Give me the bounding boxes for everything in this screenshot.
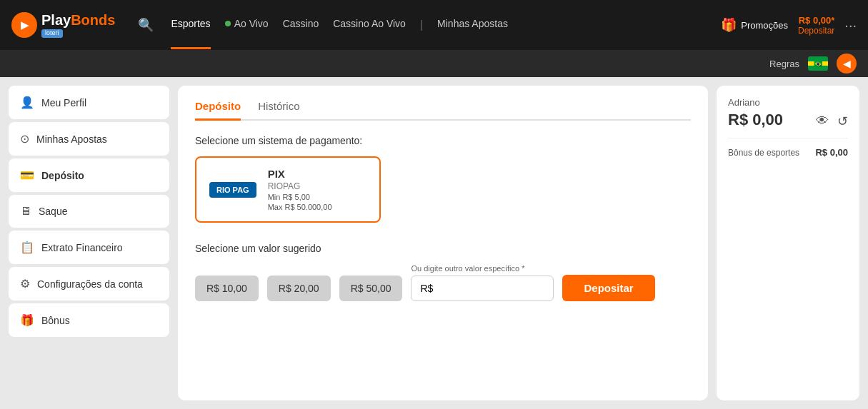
nav-esportes[interactable]: Esportes	[171, 18, 210, 32]
withdraw-icon: 🖥	[20, 205, 31, 218]
custom-input-label: Ou digite outro valor específico *	[411, 264, 554, 273]
value-btn-20[interactable]: R$ 20,00	[267, 276, 331, 301]
pix-min: Min R$ 5,00	[268, 193, 332, 201]
nav-cassino-ao-vivo[interactable]: Cassino Ao Vivo	[333, 18, 406, 32]
bonus-icon: 🎁	[20, 313, 34, 327]
sidebar-item-label: Depósito	[41, 170, 84, 181]
sidebar-item-bonus[interactable]: 🎁 Bônus	[9, 303, 169, 337]
tab-deposito[interactable]: Depósito	[195, 100, 241, 119]
logo-icon: ▶	[11, 12, 37, 38]
pix-info: PIX RIOPAG Min R$ 5,00 Max R$ 50.000,00	[268, 168, 332, 211]
value-btn-10[interactable]: R$ 10,00	[195, 276, 259, 301]
payment-card-pix[interactable]: RIO PAG PIX RIOPAG Min R$ 5,00 Max R$ 50…	[195, 156, 381, 223]
statement-icon: 📋	[20, 241, 34, 254]
search-icon[interactable]: 🔍	[138, 17, 154, 33]
custom-input-area: Ou digite outro valor específico *	[411, 264, 554, 301]
right-panel: Adriano R$ 0,00 👁 ↺ Bônus de esportes R$…	[717, 86, 859, 400]
payment-options: RIO PAG PIX RIOPAG Min R$ 5,00 Max R$ 50…	[195, 156, 691, 223]
nav-ao-vivo-label: Ao Vivo	[234, 18, 269, 29]
sidebar-item-label: Extrato Financeiro	[41, 242, 123, 253]
bets-icon: ⊙	[20, 132, 29, 146]
logo-bonds: Bonds	[71, 12, 115, 28]
sidebar-item-deposito[interactable]: 💳 Depósito	[9, 158, 169, 192]
main-nav: Esportes Ao Vivo Cassino Cassino Ao Vivo…	[171, 18, 704, 32]
flag-brazil-icon[interactable]: 🇧🇷	[808, 56, 828, 71]
promo-label: Promoções	[741, 20, 788, 31]
sidebar: 👤 Meu Perfil ⊙ Minhas Apostas 💳 Depósito…	[9, 86, 169, 400]
riopag-logo: RIO PAG	[209, 182, 256, 198]
tab-historico[interactable]: Histórico	[258, 100, 299, 119]
nav-minhas-apostas[interactable]: Minhas Apostas	[437, 18, 508, 32]
header: ▶ PlayBonds loteri 🔍 Esportes Ao Vivo Ca…	[0, 0, 868, 50]
deposit-icon: 💳	[20, 168, 34, 182]
sidebar-item-label: Bônus	[41, 315, 70, 326]
sidebar-item-label: Saque	[39, 206, 67, 217]
theme-toggle-button[interactable]: ◀	[837, 54, 857, 74]
suggested-row: R$ 10,00 R$ 20,00 R$ 50,00 Ou digite out…	[195, 264, 691, 301]
live-dot	[225, 21, 231, 26]
sidebar-item-saque[interactable]: 🖥 Saque	[9, 195, 169, 228]
header-balance: R$ 0,00*	[798, 15, 834, 26]
user-balance-row: R$ 0,00 👁 ↺	[728, 111, 848, 129]
promo-button[interactable]: 🎁 Promoções	[721, 17, 788, 33]
sidebar-item-meu-perfil[interactable]: 👤 Meu Perfil	[9, 86, 169, 119]
pix-max: Max R$ 50.000,00	[268, 203, 332, 211]
sidebar-item-label: Configurações da conta	[37, 278, 143, 290]
sidebar-item-extrato[interactable]: 📋 Extrato Financeiro	[9, 231, 169, 264]
logo-play: Play	[41, 12, 71, 28]
panel-divider	[728, 138, 848, 138]
header-deposit-link[interactable]: Depositar	[798, 26, 834, 36]
deposit-button[interactable]: Depositar	[562, 275, 654, 301]
nav-cassino[interactable]: Cassino	[283, 18, 319, 32]
regras-link[interactable]: Regras	[769, 59, 799, 69]
pix-provider: RIOPAG	[268, 181, 332, 191]
settings-icon: ⚙	[20, 277, 30, 291]
header-right: 🎁 Promoções R$ 0,00* Depositar ···	[721, 15, 857, 36]
more-options-icon[interactable]: ···	[844, 17, 857, 34]
refresh-icon[interactable]: ↺	[837, 113, 848, 129]
content-tabs: Depósito Histórico	[195, 100, 691, 121]
eye-icon[interactable]: 👁	[816, 113, 829, 129]
promo-icon: 🎁	[721, 17, 737, 33]
main-content: Depósito Histórico Selecione um sistema …	[178, 86, 708, 400]
bonus-value: R$ 0,00	[815, 147, 848, 158]
sidebar-item-label: Minhas Apostas	[36, 133, 107, 145]
user-actions: 👁 ↺	[816, 113, 848, 129]
user-balance: R$ 0,00	[728, 111, 783, 129]
value-btn-50[interactable]: R$ 50,00	[339, 276, 403, 301]
subheader: Regras 🇧🇷 ◀	[0, 50, 868, 77]
user-icon: 👤	[20, 96, 34, 109]
logo-text: PlayBonds loteri	[41, 12, 115, 38]
nav-ao-vivo[interactable]: Ao Vivo	[225, 18, 269, 32]
logo: ▶ PlayBonds loteri	[11, 12, 115, 38]
suggested-section-title: Selecione um valor sugerido	[195, 243, 691, 254]
payment-section-title: Selecione um sistema de pagamento:	[195, 135, 691, 146]
custom-amount-input[interactable]	[411, 276, 554, 301]
main-layout: 👤 Meu Perfil ⊙ Minhas Apostas 💳 Depósito…	[0, 77, 868, 409]
sidebar-item-minhas-apostas[interactable]: ⊙ Minhas Apostas	[9, 122, 169, 156]
bonus-row: Bônus de esportes R$ 0,00	[728, 147, 848, 158]
username: Adriano	[728, 97, 848, 108]
sidebar-item-label: Meu Perfil	[41, 97, 86, 108]
account-info: R$ 0,00* Depositar	[798, 15, 834, 36]
sidebar-item-configuracoes[interactable]: ⚙ Configurações da conta	[9, 267, 169, 301]
logo-loteri: loteri	[41, 29, 63, 38]
pix-name: PIX	[268, 168, 332, 180]
bonus-label: Bônus de esportes	[728, 148, 799, 158]
nav-divider: |	[420, 19, 423, 31]
